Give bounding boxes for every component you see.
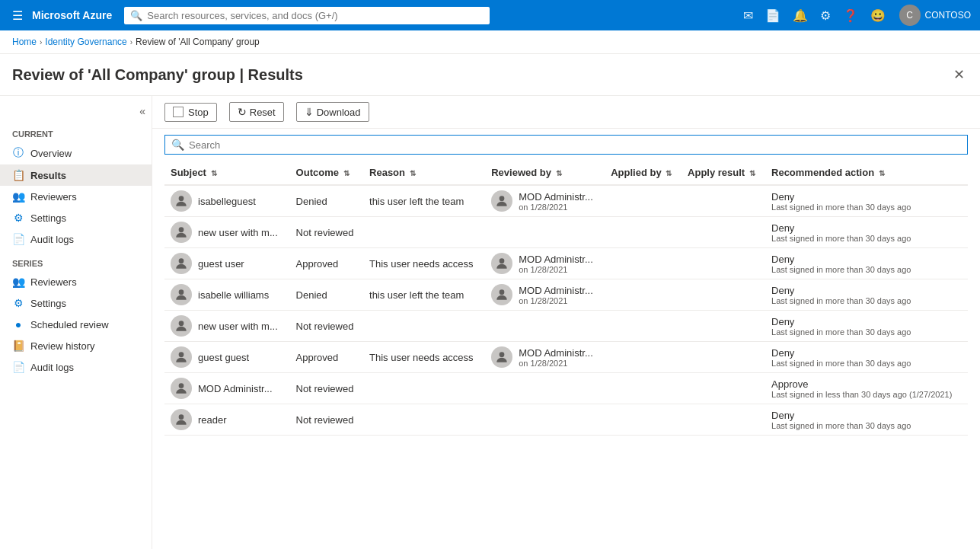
sidebar-item-settings[interactable]: ⚙ Settings	[0, 207, 152, 228]
reviewer-date: on 1/28/2021	[519, 203, 593, 212]
cell-outcome: Not reviewed	[290, 217, 363, 248]
app-logo: Microsoft Azure	[32, 9, 112, 21]
table-header-row: Subject ⇅ Outcome ⇅ Reason ⇅ Reviewed by…	[164, 161, 968, 185]
toolbar: Stop ↻ Reset ⇓ Download	[152, 96, 980, 129]
table-row[interactable]: isabelle williams Deniedthis user left t…	[164, 279, 968, 311]
reviewers-icon: 👥	[12, 190, 24, 203]
sidebar-results-label: Results	[30, 170, 66, 181]
sidebar-collapse-btn[interactable]: «	[0, 102, 152, 120]
col-reason[interactable]: Reason ⇅	[363, 161, 485, 185]
table-row[interactable]: guest user ApprovedThis user needs acces…	[164, 248, 968, 279]
settings-icon[interactable]: ⚙	[816, 4, 835, 27]
help-icon[interactable]: ❓	[838, 4, 863, 27]
cell-apply-result	[682, 185, 765, 217]
avatar	[171, 315, 192, 337]
svg-point-0	[179, 196, 184, 201]
subject-name: new user with m...	[198, 227, 278, 238]
global-search-input[interactable]	[147, 10, 484, 21]
col-recommended-action[interactable]: Recommended action ⇅	[765, 161, 968, 185]
sidebar-item-overview[interactable]: ⓘ Overview	[0, 142, 152, 164]
sidebar-item-scheduled-review[interactable]: ● Scheduled review	[0, 314, 152, 335]
reviewed-cell: MOD Administr... on 1/28/2021	[491, 253, 599, 274]
cloud-shell-icon[interactable]: 📄	[761, 4, 785, 27]
sidebar-item-review-history[interactable]: 📔 Review history	[0, 335, 152, 356]
avatar	[171, 253, 192, 274]
table-row[interactable]: isabelleguest Deniedthis user left the t…	[164, 185, 968, 217]
sidebar-overview-label: Overview	[30, 148, 72, 159]
sidebar-series-label: Series	[0, 250, 152, 271]
recommended-sub-text: Last signed in more than 30 days ago	[771, 359, 962, 368]
sidebar-item-audit-logs[interactable]: 📄 Audit logs	[0, 228, 152, 250]
sidebar-item-reviewers[interactable]: 👥 Reviewers	[0, 186, 152, 207]
sidebar-review-history-label: Review history	[30, 340, 95, 352]
table-row[interactable]: reader Not reviewed Deny Last signed in …	[164, 404, 968, 436]
reviewed-cell: MOD Administr... on 1/28/2021	[491, 284, 599, 305]
cell-applied-by	[605, 217, 682, 248]
main-layout: « Current ⓘ Overview 📋 Results 👥 Reviewe…	[0, 96, 980, 549]
search-input[interactable]	[189, 139, 961, 151]
breadcrumb-identity-governance[interactable]: Identity Governance	[45, 37, 126, 47]
cell-subject: isabelleguest	[164, 185, 290, 217]
svg-point-4	[500, 258, 505, 263]
col-subject[interactable]: Subject ⇅	[164, 161, 290, 185]
breadcrumb-home[interactable]: Home	[12, 37, 37, 47]
stop-label: Stop	[188, 107, 209, 118]
page-header: Review of 'All Company' group | Results …	[0, 54, 980, 96]
search-bar[interactable]: 🔍	[164, 135, 968, 155]
reviewer-name: MOD Administr...	[519, 191, 593, 203]
stop-button[interactable]: Stop	[164, 103, 217, 122]
search-icon: 🔍	[171, 139, 184, 151]
reviewer-name: MOD Administr...	[519, 254, 593, 265]
table-row[interactable]: guest guest ApprovedThis user needs acce…	[164, 342, 968, 373]
download-button[interactable]: ⇓ Download	[296, 102, 369, 122]
col-applied-by[interactable]: Applied by ⇅	[605, 161, 682, 185]
avatar	[171, 222, 192, 243]
recommended-cell: Deny Last signed in more than 30 days ag…	[771, 191, 962, 212]
sort-icon-subject: ⇅	[211, 169, 217, 177]
subject-name: MOD Administr...	[198, 383, 273, 394]
recommended-sub-text: Last signed in more than 30 days ago	[771, 327, 962, 337]
sort-icon-apply-result: ⇅	[749, 169, 755, 177]
reviewer-info: MOD Administr... on 1/28/2021	[519, 254, 593, 274]
close-icon[interactable]: ✕	[950, 63, 968, 86]
cell-applied-by	[605, 248, 682, 279]
breadcrumb: Home › Identity Governance › Review of '…	[0, 30, 980, 54]
cell-applied-by	[605, 342, 682, 373]
cell-applied-by	[605, 373, 682, 404]
cell-reviewed-by	[485, 217, 605, 248]
cell-reviewed-by	[485, 404, 605, 436]
sidebar-item-series-reviewers[interactable]: 👥 Reviewers	[0, 271, 152, 292]
col-apply-result[interactable]: Apply result ⇅	[682, 161, 765, 185]
global-search-bar[interactable]: 🔍	[124, 7, 490, 24]
svg-point-5	[179, 289, 184, 295]
alerts-icon[interactable]: 🔔	[788, 4, 812, 27]
download-icon: ⇓	[305, 106, 314, 118]
feedback-icon[interactable]: 😀	[866, 4, 890, 27]
reviewer-name: MOD Administr...	[519, 285, 593, 296]
hamburger-menu[interactable]: ☰	[9, 5, 26, 26]
notifications-icon[interactable]: ✉	[739, 4, 758, 27]
recommended-cell: Deny Last signed in more than 30 days ag…	[771, 347, 962, 368]
cell-reviewed-by: MOD Administr... on 1/28/2021	[485, 248, 605, 279]
reviewer-date: on 1/28/2021	[519, 296, 593, 305]
reset-button[interactable]: ↻ Reset	[229, 102, 284, 122]
svg-point-8	[179, 352, 184, 357]
col-outcome[interactable]: Outcome ⇅	[290, 161, 363, 185]
sidebar: « Current ⓘ Overview 📋 Results 👥 Reviewe…	[0, 96, 152, 549]
table-row[interactable]: MOD Administr... Not reviewed Approve La…	[164, 373, 968, 404]
table-row[interactable]: new user with m... Not reviewed Deny Las…	[164, 217, 968, 248]
main-content: Stop ↻ Reset ⇓ Download 🔍 Subject ⇅	[152, 96, 980, 549]
sort-icon-reviewed-by: ⇅	[556, 169, 562, 177]
table-row[interactable]: new user with m... Not reviewed Deny Las…	[164, 311, 968, 342]
col-reviewed-by[interactable]: Reviewed by ⇅	[485, 161, 605, 185]
sidebar-item-series-audit-logs[interactable]: 📄 Audit logs	[0, 356, 152, 378]
user-menu[interactable]: C CONTOSO	[899, 5, 971, 26]
reviewer-info: MOD Administr... on 1/28/2021	[519, 285, 593, 305]
cell-apply-result	[682, 279, 765, 311]
sidebar-item-series-settings[interactable]: ⚙ Settings	[0, 292, 152, 314]
scheduled-review-icon: ●	[12, 318, 24, 330]
subject-name: reader	[198, 414, 227, 426]
recommended-sub-text: Last signed in more than 30 days ago	[771, 265, 962, 274]
settings-icon: ⚙	[12, 212, 24, 224]
sidebar-item-results[interactable]: 📋 Results	[0, 164, 152, 186]
